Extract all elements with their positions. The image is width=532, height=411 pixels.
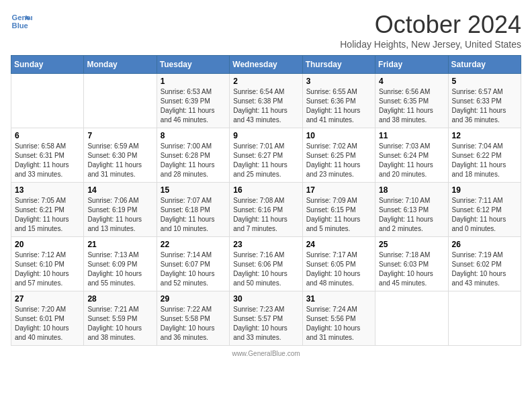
day-number: 21 bbox=[87, 240, 152, 249]
day-number: 3 bbox=[306, 77, 371, 86]
cell-w1-d4: 2Sunrise: 6:54 AM Sunset: 6:38 PM Daylig… bbox=[230, 74, 302, 128]
col-thursday: Thursday bbox=[302, 56, 375, 74]
cell-w3-d4: 16Sunrise: 7:08 AM Sunset: 6:16 PM Dayli… bbox=[230, 183, 302, 237]
day-info: Sunrise: 7:08 AM Sunset: 6:16 PM Dayligh… bbox=[233, 196, 298, 234]
cell-w4-d5: 24Sunrise: 7:17 AM Sunset: 6:05 PM Dayli… bbox=[302, 237, 375, 291]
cell-w2-d6: 11Sunrise: 7:03 AM Sunset: 6:24 PM Dayli… bbox=[375, 128, 448, 183]
day-info: Sunrise: 7:16 AM Sunset: 6:06 PM Dayligh… bbox=[233, 250, 298, 288]
day-number: 5 bbox=[452, 77, 517, 86]
day-info: Sunrise: 7:17 AM Sunset: 6:05 PM Dayligh… bbox=[306, 250, 371, 288]
day-number: 15 bbox=[161, 185, 226, 195]
day-info: Sunrise: 7:05 AM Sunset: 6:21 PM Dayligh… bbox=[15, 196, 80, 234]
day-number: 12 bbox=[452, 131, 517, 140]
day-info: Sunrise: 7:14 AM Sunset: 6:07 PM Dayligh… bbox=[161, 250, 226, 288]
day-info: Sunrise: 7:18 AM Sunset: 6:03 PM Dayligh… bbox=[379, 250, 444, 288]
day-number: 20 bbox=[15, 240, 80, 249]
day-info: Sunrise: 7:24 AM Sunset: 5:56 PM Dayligh… bbox=[306, 305, 371, 342]
week-row-5: 27Sunrise: 7:20 AM Sunset: 6:01 PM Dayli… bbox=[11, 291, 521, 346]
day-info: Sunrise: 6:55 AM Sunset: 6:36 PM Dayligh… bbox=[306, 87, 371, 125]
day-number: 18 bbox=[379, 185, 444, 195]
day-number: 13 bbox=[15, 185, 80, 195]
cell-w2-d2: 7Sunrise: 6:59 AM Sunset: 6:30 PM Daylig… bbox=[84, 128, 157, 183]
cell-w1-d5: 3Sunrise: 6:55 AM Sunset: 6:36 PM Daylig… bbox=[302, 74, 375, 128]
cell-w4-d4: 23Sunrise: 7:16 AM Sunset: 6:06 PM Dayli… bbox=[230, 237, 302, 291]
cell-w1-d7: 5Sunrise: 6:57 AM Sunset: 6:33 PM Daylig… bbox=[448, 74, 521, 128]
day-info: Sunrise: 7:20 AM Sunset: 6:01 PM Dayligh… bbox=[15, 305, 80, 342]
day-number: 19 bbox=[452, 185, 517, 195]
col-wednesday: Wednesday bbox=[230, 56, 302, 74]
calendar-header: Sunday Monday Tuesday Wednesday Thursday… bbox=[11, 56, 521, 74]
week-row-4: 20Sunrise: 7:12 AM Sunset: 6:10 PM Dayli… bbox=[11, 237, 521, 291]
day-info: Sunrise: 6:56 AM Sunset: 6:35 PM Dayligh… bbox=[379, 87, 444, 125]
day-number: 17 bbox=[306, 185, 371, 195]
footer: www.GeneralBlue.com bbox=[11, 350, 521, 357]
col-monday: Monday bbox=[84, 56, 157, 74]
day-number: 28 bbox=[87, 294, 152, 304]
day-info: Sunrise: 7:22 AM Sunset: 5:58 PM Dayligh… bbox=[161, 305, 226, 342]
logo-icon: General Blue bbox=[11, 11, 32, 32]
col-tuesday: Tuesday bbox=[157, 56, 229, 74]
day-info: Sunrise: 7:23 AM Sunset: 5:57 PM Dayligh… bbox=[233, 305, 298, 342]
cell-w5-d5: 31Sunrise: 7:24 AM Sunset: 5:56 PM Dayli… bbox=[302, 291, 375, 346]
day-info: Sunrise: 7:19 AM Sunset: 6:02 PM Dayligh… bbox=[452, 250, 517, 288]
day-number: 30 bbox=[233, 294, 298, 304]
page-header: General Blue October 2024 Holiday Height… bbox=[11, 11, 521, 50]
day-info: Sunrise: 7:07 AM Sunset: 6:18 PM Dayligh… bbox=[161, 196, 226, 234]
cell-w3-d3: 15Sunrise: 7:07 AM Sunset: 6:18 PM Dayli… bbox=[157, 183, 229, 237]
cell-w1-d3: 1Sunrise: 6:53 AM Sunset: 6:39 PM Daylig… bbox=[157, 74, 229, 128]
cell-w2-d1: 6Sunrise: 6:58 AM Sunset: 6:31 PM Daylig… bbox=[11, 128, 84, 183]
cell-w1-d2 bbox=[84, 74, 157, 128]
header-row: Sunday Monday Tuesday Wednesday Thursday… bbox=[11, 56, 521, 74]
day-info: Sunrise: 7:06 AM Sunset: 6:19 PM Dayligh… bbox=[87, 196, 152, 234]
title-block: October 2024 Holiday Heights, New Jersey… bbox=[340, 11, 521, 50]
svg-text:Blue: Blue bbox=[12, 21, 28, 30]
day-info: Sunrise: 7:09 AM Sunset: 6:15 PM Dayligh… bbox=[306, 196, 371, 234]
day-info: Sunrise: 7:02 AM Sunset: 6:25 PM Dayligh… bbox=[306, 142, 371, 179]
svg-text:General: General bbox=[12, 13, 32, 21]
cell-w1-d1 bbox=[11, 74, 84, 128]
calendar-body: 1Sunrise: 6:53 AM Sunset: 6:39 PM Daylig… bbox=[11, 74, 521, 346]
day-number: 25 bbox=[379, 240, 444, 249]
day-number: 4 bbox=[379, 77, 444, 86]
day-info: Sunrise: 7:04 AM Sunset: 6:22 PM Dayligh… bbox=[452, 142, 517, 179]
day-number: 2 bbox=[233, 77, 298, 86]
cell-w5-d4: 30Sunrise: 7:23 AM Sunset: 5:57 PM Dayli… bbox=[230, 291, 302, 346]
week-row-3: 13Sunrise: 7:05 AM Sunset: 6:21 PM Dayli… bbox=[11, 183, 521, 237]
cell-w3-d7: 19Sunrise: 7:11 AM Sunset: 6:12 PM Dayli… bbox=[448, 183, 521, 237]
day-info: Sunrise: 7:01 AM Sunset: 6:27 PM Dayligh… bbox=[233, 142, 298, 179]
col-friday: Friday bbox=[375, 56, 448, 74]
col-sunday: Sunday bbox=[11, 56, 84, 74]
day-info: Sunrise: 6:54 AM Sunset: 6:38 PM Dayligh… bbox=[233, 87, 298, 125]
day-info: Sunrise: 7:03 AM Sunset: 6:24 PM Dayligh… bbox=[379, 142, 444, 179]
day-number: 27 bbox=[15, 294, 80, 304]
cell-w5-d7 bbox=[448, 291, 521, 346]
day-info: Sunrise: 7:21 AM Sunset: 5:59 PM Dayligh… bbox=[87, 305, 152, 342]
cell-w2-d4: 9Sunrise: 7:01 AM Sunset: 6:27 PM Daylig… bbox=[230, 128, 302, 183]
cell-w5-d1: 27Sunrise: 7:20 AM Sunset: 6:01 PM Dayli… bbox=[11, 291, 84, 346]
cell-w2-d3: 8Sunrise: 7:00 AM Sunset: 6:28 PM Daylig… bbox=[157, 128, 229, 183]
day-number: 8 bbox=[161, 131, 226, 140]
cell-w3-d5: 17Sunrise: 7:09 AM Sunset: 6:15 PM Dayli… bbox=[302, 183, 375, 237]
cell-w4-d6: 25Sunrise: 7:18 AM Sunset: 6:03 PM Dayli… bbox=[375, 237, 448, 291]
day-number: 29 bbox=[161, 294, 226, 304]
cell-w4-d3: 22Sunrise: 7:14 AM Sunset: 6:07 PM Dayli… bbox=[157, 237, 229, 291]
day-number: 9 bbox=[233, 131, 298, 140]
location: Holiday Heights, New Jersey, United Stat… bbox=[340, 39, 521, 50]
cell-w4-d1: 20Sunrise: 7:12 AM Sunset: 6:10 PM Dayli… bbox=[11, 237, 84, 291]
day-info: Sunrise: 6:59 AM Sunset: 6:30 PM Dayligh… bbox=[87, 142, 152, 179]
day-number: 14 bbox=[87, 185, 152, 195]
day-number: 22 bbox=[161, 240, 226, 249]
day-number: 7 bbox=[87, 131, 152, 140]
day-number: 31 bbox=[306, 294, 371, 304]
day-info: Sunrise: 7:12 AM Sunset: 6:10 PM Dayligh… bbox=[15, 250, 80, 288]
day-info: Sunrise: 6:57 AM Sunset: 6:33 PM Dayligh… bbox=[452, 87, 517, 125]
week-row-2: 6Sunrise: 6:58 AM Sunset: 6:31 PM Daylig… bbox=[11, 128, 521, 183]
col-saturday: Saturday bbox=[448, 56, 521, 74]
day-number: 24 bbox=[306, 240, 371, 249]
month-title: October 2024 bbox=[340, 11, 521, 39]
day-info: Sunrise: 6:53 AM Sunset: 6:39 PM Dayligh… bbox=[161, 87, 226, 125]
logo: General Blue bbox=[11, 11, 32, 32]
day-info: Sunrise: 7:10 AM Sunset: 6:13 PM Dayligh… bbox=[379, 196, 444, 234]
week-row-1: 1Sunrise: 6:53 AM Sunset: 6:39 PM Daylig… bbox=[11, 74, 521, 128]
day-info: Sunrise: 7:00 AM Sunset: 6:28 PM Dayligh… bbox=[161, 142, 226, 179]
